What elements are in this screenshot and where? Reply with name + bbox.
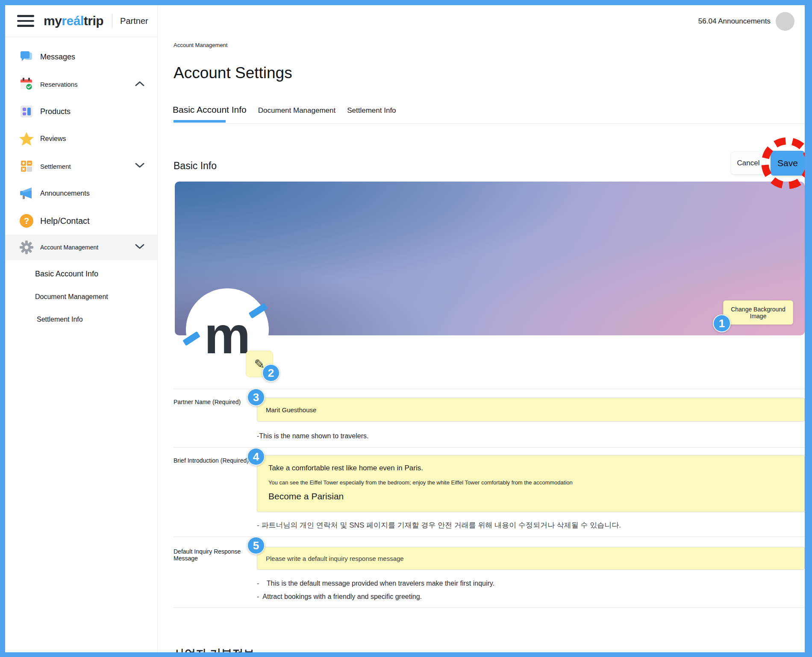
sidebar-item-label: Account Management [40, 244, 98, 251]
reviews-star-icon [18, 132, 35, 146]
brand-real: reál [62, 14, 83, 28]
annotation-marker-3: 3 [247, 388, 265, 406]
brief-introduction-textarea[interactable]: Take a comfortable rest like home even i… [257, 455, 805, 512]
brief-intro-line1: Take a comfortable rest like home even i… [268, 464, 804, 472]
row-divider [174, 607, 805, 608]
breadcrumb: Account Management [174, 42, 227, 48]
account-gear-icon [18, 240, 35, 255]
business-info-section-title: 사업자 기본정보 [174, 646, 254, 652]
tab-settlement-info[interactable]: Settlement Info [347, 106, 396, 115]
change-background-image-button[interactable]: Change Background Image [723, 300, 793, 325]
tab-document-management[interactable]: Document Management [258, 106, 335, 115]
sidebar-item-reviews[interactable]: Reviews [5, 125, 157, 153]
settlement-calculator-icon [18, 159, 35, 173]
sidebar: myreáltrip Partner Messages Reservations [5, 5, 158, 652]
sidebar-nav: Messages Reservations Products Revi [5, 37, 157, 331]
save-button[interactable]: Save [771, 151, 805, 176]
brief-introduction-note: - 파트너님의 개인 연락처 및 SNS 페이지를 기재할 경우 안전 거래를 … [257, 520, 621, 530]
brand-logo[interactable]: myreáltrip [44, 14, 103, 28]
default-inquiry-note-2: - Attract bookings with a friendly and s… [257, 593, 422, 601]
partner-name-note: -This is the name shown to travelers. [257, 432, 368, 440]
app-window: myreáltrip Partner Messages Reservations [5, 5, 805, 652]
brief-intro-line2: You can see the Eiffel Tower especially … [268, 479, 804, 486]
annotation-marker-5: 5 [247, 537, 265, 554]
annotation-marker-1: 1 [713, 314, 731, 332]
sidebar-item-label: Announcements [40, 190, 90, 197]
basic-info-heading: Basic Info [174, 160, 217, 172]
cancel-button[interactable]: Cancel [731, 152, 765, 174]
user-avatar[interactable] [776, 12, 794, 31]
partner-name-label: Partner Name (Required) [174, 399, 255, 405]
tab-basic-account-info[interactable]: Basic Account Info [173, 105, 247, 115]
screen-frame: myreáltrip Partner Messages Reservations [0, 0, 812, 657]
sidebar-item-products[interactable]: Products [5, 98, 157, 125]
default-inquiry-note-1: - This is the default message provided w… [257, 580, 494, 587]
top-header: 56.04 Announcements [158, 5, 805, 37]
sidebar-item-label: Help/Contact [40, 216, 90, 226]
chevron-up-icon[interactable] [135, 80, 144, 88]
annotation-marker-2: 2 [262, 364, 280, 382]
announcements-counter[interactable]: 56.04 Announcements [698, 17, 771, 26]
help-question-icon: ? [18, 213, 35, 229]
hamburger-menu-icon[interactable] [17, 15, 34, 27]
brand-trip: trip [84, 14, 103, 28]
sidebar-item-label: Reviews [40, 135, 66, 143]
brand-divider [112, 14, 112, 28]
reservations-icon [18, 77, 35, 91]
brand-my: my [44, 14, 62, 28]
sidebar-item-label: Reservations [40, 81, 78, 88]
products-icon [18, 105, 35, 118]
sidebar-item-help-contact[interactable]: ? Help/Contact [5, 207, 157, 235]
svg-text:?: ? [24, 216, 29, 226]
sidebar-item-reservations[interactable]: Reservations [5, 70, 157, 98]
chevron-down-icon[interactable] [135, 162, 144, 170]
default-inquiry-input[interactable] [257, 547, 805, 570]
sidebar-item-label: Messages [40, 53, 75, 62]
tab-bar: Basic Account Info Document Management S… [173, 105, 408, 115]
tabbar-divider [173, 123, 805, 124]
sidebar-item-messages[interactable]: Messages [5, 43, 157, 70]
background-image-banner [175, 182, 805, 335]
page-title: Account Settings [174, 64, 292, 82]
avatar-letter: m [204, 305, 250, 365]
active-tab-underline [174, 120, 226, 123]
brand-partner-label: Partner [120, 16, 148, 26]
row-divider [174, 389, 805, 389]
sidebar-item-label: Settlement [40, 163, 71, 170]
sidebar-header: myreáltrip Partner [5, 5, 157, 37]
row-divider [174, 537, 805, 537]
sidebar-item-settlement[interactable]: Settlement [5, 153, 157, 180]
chevron-down-icon[interactable] [135, 243, 144, 251]
brief-introduction-label: Brief Introduction (Required) [174, 457, 255, 464]
tab-label: Basic Account Info [173, 105, 247, 114]
sidebar-item-label: Products [40, 107, 71, 116]
messages-icon [18, 50, 35, 64]
sidebar-item-announcements[interactable]: Announcements [5, 180, 157, 207]
brief-intro-line3: Become a Parisian [268, 491, 804, 502]
annotation-marker-4: 4 [247, 448, 265, 466]
default-inquiry-label: Default Inquiry Response Message [174, 548, 255, 562]
sidebar-subitem-basic-account-info[interactable]: Basic Account Info [5, 263, 157, 285]
row-divider [174, 447, 805, 448]
announcements-megaphone-icon [18, 186, 35, 201]
sidebar-item-account-management[interactable]: Account Management [5, 235, 157, 260]
partner-name-input[interactable] [257, 398, 805, 422]
sidebar-subitem-settlement-info[interactable]: Settlement Info [5, 308, 157, 331]
sidebar-subitem-document-management[interactable]: Document Management [5, 285, 157, 308]
